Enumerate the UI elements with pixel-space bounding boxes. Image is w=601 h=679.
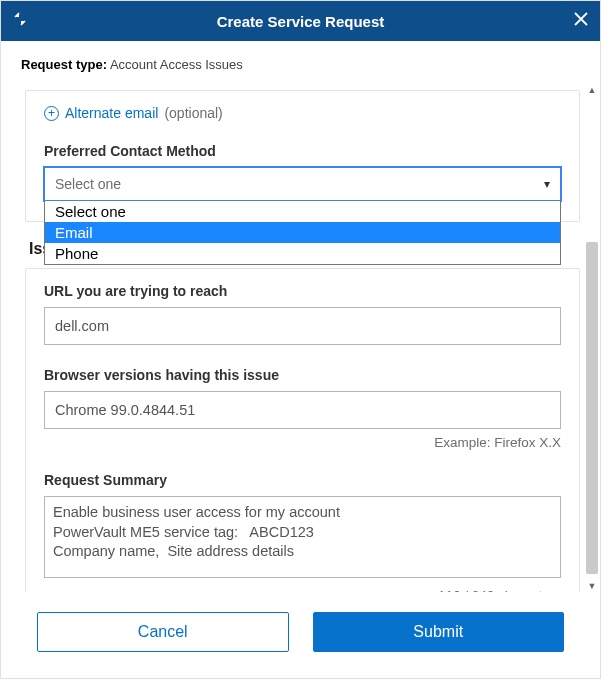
alternate-email-text: Alternate email bbox=[65, 105, 158, 121]
request-type-row: Request type: Account Access Issues bbox=[1, 41, 600, 84]
dialog-titlebar: Create Service Request bbox=[1, 1, 600, 41]
summary-label: Request Summary bbox=[44, 472, 561, 488]
browser-input[interactable] bbox=[44, 391, 561, 429]
summary-textarea[interactable] bbox=[44, 496, 561, 578]
contact-option-email[interactable]: Email bbox=[45, 222, 560, 243]
contact-method-label: Preferred Contact Method bbox=[44, 143, 561, 159]
cancel-button[interactable]: Cancel bbox=[37, 612, 289, 652]
contact-option-phone[interactable]: Phone bbox=[45, 243, 560, 264]
optional-text: (optional) bbox=[164, 105, 222, 121]
summary-charcount: 116 / 240 characters bbox=[44, 588, 561, 592]
request-type-label: Request type: bbox=[21, 57, 107, 72]
url-label: URL you are trying to reach bbox=[44, 283, 561, 299]
contact-method-dropdown: Select one Email Phone bbox=[44, 201, 561, 265]
collapse-icon[interactable] bbox=[13, 12, 27, 30]
issue-section: URL you are trying to reach Browser vers… bbox=[25, 268, 580, 592]
request-type-value: Account Access Issues bbox=[110, 57, 243, 72]
scroll-down-icon[interactable]: ▼ bbox=[586, 580, 598, 592]
chevron-down-icon: ▾ bbox=[544, 177, 550, 191]
close-icon[interactable] bbox=[574, 12, 588, 30]
alternate-email-link[interactable]: + Alternate email (optional) bbox=[44, 105, 561, 121]
plus-circle-icon: + bbox=[44, 106, 59, 121]
scrollbar-thumb[interactable] bbox=[586, 242, 598, 574]
dialog-footer: Cancel Submit bbox=[1, 592, 600, 678]
submit-button[interactable]: Submit bbox=[313, 612, 565, 652]
contact-section: + Alternate email (optional) Preferred C… bbox=[25, 90, 580, 222]
dialog-title: Create Service Request bbox=[27, 13, 574, 30]
browser-example: Example: Firefox X.X bbox=[44, 435, 561, 450]
contact-method-selected: Select one bbox=[55, 176, 121, 192]
contact-method-select-wrap: Select one ▾ Select one Email Phone bbox=[44, 167, 561, 201]
contact-option-select-one[interactable]: Select one bbox=[45, 201, 560, 222]
form-scroll-area: + Alternate email (optional) Preferred C… bbox=[1, 84, 600, 592]
browser-label: Browser versions having this issue bbox=[44, 367, 561, 383]
contact-method-select[interactable]: Select one ▾ bbox=[44, 167, 561, 201]
url-input[interactable] bbox=[44, 307, 561, 345]
scroll-up-icon[interactable]: ▲ bbox=[586, 84, 598, 96]
vertical-scrollbar[interactable]: ▲ ▼ bbox=[586, 84, 598, 592]
